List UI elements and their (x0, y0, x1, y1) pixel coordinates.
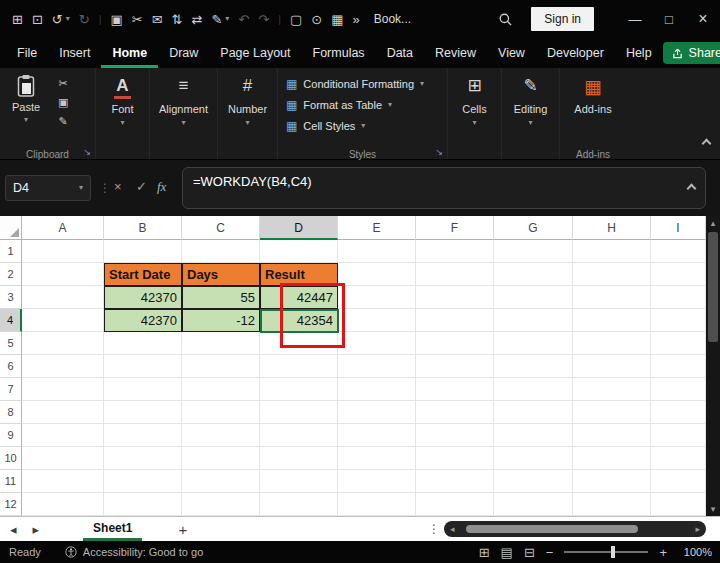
undo-alt-icon[interactable]: ↶ (238, 13, 249, 26)
cell-D8[interactable] (260, 401, 338, 424)
zoom-slider[interactable] (564, 551, 648, 553)
menu-tab-insert[interactable]: Insert (48, 38, 101, 68)
normal-view-icon[interactable]: ⊞ (479, 546, 490, 559)
cell-D12[interactable] (260, 493, 338, 516)
accessibility-status[interactable]: Accessibility: Good to go (83, 546, 203, 558)
menu-tab-review[interactable]: Review (424, 38, 487, 68)
cell-F5[interactable] (416, 332, 494, 355)
cell-D5[interactable] (260, 332, 338, 355)
sort-descending-icon[interactable]: ⇄ (192, 13, 203, 26)
cell-F3[interactable] (416, 286, 494, 309)
scroll-up-icon[interactable]: ▴ (706, 216, 720, 230)
cell-F11[interactable] (416, 470, 494, 493)
keyboard-icon[interactable]: ▦ (331, 13, 343, 26)
cell-G8[interactable] (494, 401, 573, 424)
cell-F9[interactable] (416, 424, 494, 447)
cells-group-button[interactable]: ⊞ Cells ▾ (448, 68, 502, 159)
cell-A3[interactable] (22, 286, 104, 309)
cell-F6[interactable] (416, 355, 494, 378)
cell-A4[interactable] (22, 309, 104, 332)
next-sheet-icon[interactable]: ▸ (33, 523, 40, 536)
camera-icon[interactable]: ⊙ (311, 13, 322, 26)
formula-input[interactable]: =WORKDAY(B4,C4) (182, 167, 706, 209)
cell-A5[interactable] (22, 332, 104, 355)
format-painter-icon[interactable]: ✎ (59, 116, 68, 127)
conditional-formatting-button[interactable]: ▦Conditional Formatting▾ (278, 73, 447, 94)
cell-B6[interactable] (104, 355, 182, 378)
undo-icon[interactable]: ↺ (52, 13, 63, 26)
cell-B12[interactable] (104, 493, 182, 516)
cell-A12[interactable] (22, 493, 104, 516)
cell-H12[interactable] (573, 493, 651, 516)
column-header-D[interactable]: D (260, 216, 338, 240)
cell-A10[interactable] (22, 447, 104, 470)
number-group-button[interactable]: # Number ▾ (218, 68, 278, 159)
zoom-out-icon[interactable]: − (546, 546, 554, 559)
close-button[interactable]: × (686, 0, 720, 38)
cell-I12[interactable] (651, 493, 706, 516)
cell-E12[interactable] (338, 493, 416, 516)
cell-I8[interactable] (651, 401, 706, 424)
page-break-view-icon[interactable]: ⊟ (524, 546, 535, 559)
cell-C10[interactable] (182, 447, 260, 470)
menu-tab-data[interactable]: Data (376, 38, 424, 68)
cell-A1[interactable] (22, 240, 104, 263)
formula-bar-handle-icon[interactable]: ⋮ (99, 181, 111, 195)
cell-F8[interactable] (416, 401, 494, 424)
cell-C8[interactable] (182, 401, 260, 424)
cell-G3[interactable] (494, 286, 573, 309)
copy-icon[interactable]: ▣ (111, 13, 123, 26)
add-sheet-button[interactable]: + (178, 522, 187, 537)
row-header-10[interactable]: 10 (0, 447, 22, 470)
painter-dropdown-icon[interactable]: ▾ (225, 15, 229, 23)
cell-E1[interactable] (338, 240, 416, 263)
cell-I5[interactable] (651, 332, 706, 355)
accessibility-icon[interactable] (65, 546, 77, 558)
cell-I9[interactable] (651, 424, 706, 447)
cell-A7[interactable] (22, 378, 104, 401)
cell-E7[interactable] (338, 378, 416, 401)
cell-G6[interactable] (494, 355, 573, 378)
cell-D10[interactable] (260, 447, 338, 470)
cell-I4[interactable] (651, 309, 706, 332)
cell-F10[interactable] (416, 447, 494, 470)
cell-C5[interactable] (182, 332, 260, 355)
maximize-button[interactable]: □ (652, 0, 686, 38)
cell-A2[interactable] (22, 263, 104, 286)
cell-F4[interactable] (416, 309, 494, 332)
cell-H2[interactable] (573, 263, 651, 286)
cell-C6[interactable] (182, 355, 260, 378)
cell-H7[interactable] (573, 378, 651, 401)
cell-D2[interactable]: Result (260, 263, 338, 286)
row-header-9[interactable]: 9 (0, 424, 22, 447)
new-document-icon[interactable]: ▢ (290, 13, 302, 26)
menu-tab-file[interactable]: File (6, 38, 48, 68)
cell-B1[interactable] (104, 240, 182, 263)
cell-C12[interactable] (182, 493, 260, 516)
cell-C11[interactable] (182, 470, 260, 493)
sheet-tab-sheet1[interactable]: Sheet1 (83, 517, 142, 541)
row-header-2[interactable]: 2 (0, 263, 22, 286)
cell-B8[interactable] (104, 401, 182, 424)
cell-I6[interactable] (651, 355, 706, 378)
scroll-right-icon[interactable]: ▸ (695, 522, 700, 536)
cell-D1[interactable] (260, 240, 338, 263)
cell-F12[interactable] (416, 493, 494, 516)
cell-D6[interactable] (260, 355, 338, 378)
cell-I11[interactable] (651, 470, 706, 493)
cell-H3[interactable] (573, 286, 651, 309)
row-header-12[interactable]: 12 (0, 493, 22, 516)
cell-H1[interactable] (573, 240, 651, 263)
cell-B10[interactable] (104, 447, 182, 470)
page-layout-view-icon[interactable]: ▤ (501, 546, 513, 559)
row-header-3[interactable]: 3 (0, 286, 22, 309)
cell-H8[interactable] (573, 401, 651, 424)
row-header-1[interactable]: 1 (0, 240, 22, 263)
cell-H4[interactable] (573, 309, 651, 332)
font-group-button[interactable]: A Font ▾ (96, 68, 150, 159)
cell-I3[interactable] (651, 286, 706, 309)
cell-B11[interactable] (104, 470, 182, 493)
name-box[interactable]: D4 ▾ (5, 175, 91, 201)
insert-function-icon[interactable]: fx (157, 180, 166, 193)
menu-tab-view[interactable]: View (487, 38, 536, 68)
